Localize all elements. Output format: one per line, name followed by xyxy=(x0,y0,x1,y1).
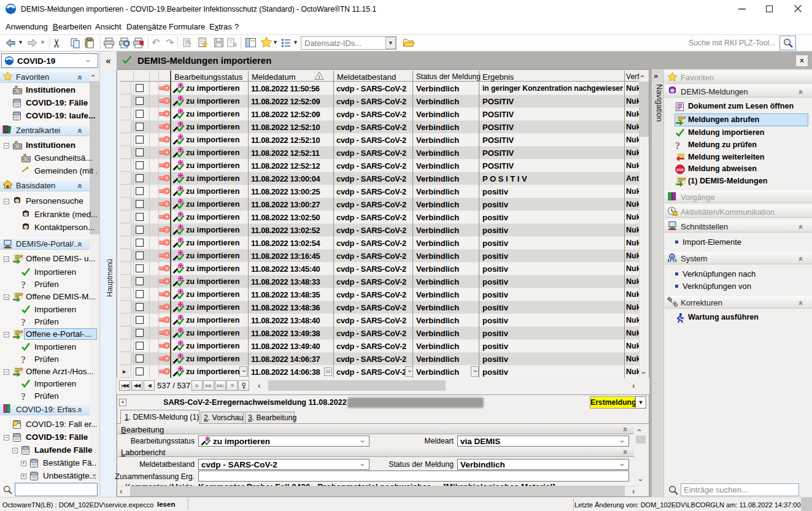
svg-text:STOP: STOP xyxy=(676,169,684,172)
svg-text:1: 1 xyxy=(318,74,321,80)
